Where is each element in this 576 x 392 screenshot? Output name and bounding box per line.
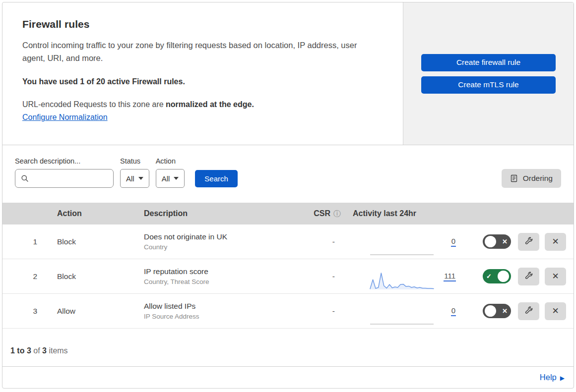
- activity-count-link[interactable]: 0: [451, 237, 456, 247]
- delete-rule-button[interactable]: ✕: [545, 233, 566, 251]
- action-column-header: Action: [41, 209, 128, 218]
- items-label: items: [47, 346, 68, 355]
- rule-controls: ✓ ✕ ✕: [459, 302, 574, 320]
- chevron-down-icon: [138, 177, 143, 180]
- search-button[interactable]: Search: [195, 170, 238, 187]
- wrench-icon: [524, 237, 533, 246]
- rule-description-cell: Allow listed IPs IP Source Address: [128, 302, 294, 320]
- search-box[interactable]: [15, 169, 114, 188]
- rule-activity-cell: 111: [345, 259, 459, 293]
- help-bar: Help ▶: [2, 366, 574, 388]
- ordering-list-icon: [510, 174, 518, 182]
- help-label: Help: [540, 373, 557, 382]
- toggle-knob: [485, 305, 496, 317]
- rules-table: Action Description CSR ⓘ Activity last 2…: [2, 203, 574, 329]
- rule-activity-cell: 0: [345, 224, 459, 259]
- items-of-text: of: [31, 346, 42, 355]
- rule-description-cell: Does not originate in UK Country: [128, 232, 294, 251]
- rule-controls: ✓ ✕ ✕: [459, 268, 574, 285]
- ordering-button[interactable]: Ordering: [502, 169, 561, 188]
- toggle-knob: [485, 236, 496, 247]
- wrench-icon: [524, 306, 533, 316]
- csr-label: CSR: [314, 209, 330, 218]
- rule-enabled-toggle[interactable]: ✓ ✕: [483, 269, 511, 283]
- action-label: Action: [156, 157, 185, 165]
- help-link[interactable]: Help ▶: [540, 373, 565, 382]
- wrench-icon: [524, 272, 533, 281]
- pagination-summary: 1 to 3 of 3 items: [2, 329, 574, 366]
- intro-text-block: Firewall rules Control incoming traffic …: [2, 2, 403, 145]
- activity-sparkline: [370, 270, 434, 290]
- status-dropdown[interactable]: All: [120, 169, 149, 188]
- status-value: All: [126, 174, 134, 183]
- rule-description: IP reputation score: [144, 267, 294, 276]
- rule-fields: Country, Threat Score: [144, 278, 294, 285]
- rule-description-cell: IP reputation score Country, Threat Scor…: [128, 267, 294, 285]
- search-icon: [21, 174, 29, 182]
- close-icon: ✕: [552, 271, 559, 281]
- toggle-knob: [498, 271, 509, 282]
- table-row: 2 Block IP reputation score Country, Thr…: [2, 259, 574, 294]
- activity-sparkline: [370, 235, 434, 256]
- close-icon: ✕: [552, 236, 559, 247]
- configure-normalization-link[interactable]: Configure Normalization: [22, 113, 108, 121]
- rule-fields: Country: [144, 243, 294, 251]
- edit-rule-button[interactable]: [518, 302, 539, 320]
- action-value: All: [162, 174, 170, 183]
- page-title: Firewall rules: [22, 18, 383, 30]
- firewall-rules-page: Firewall rules Control incoming traffic …: [2, 2, 574, 389]
- actions-panel: Create firewall rule Create mTLS rule: [403, 2, 574, 145]
- table-row: 1 Block Does not originate in UK Country…: [2, 224, 574, 259]
- rule-priority: 1: [2, 237, 41, 246]
- filter-bar: Search description... Status All Action …: [2, 145, 574, 203]
- activity-count-link[interactable]: 0: [451, 306, 456, 316]
- create-mtls-rule-button[interactable]: Create mTLS rule: [421, 76, 556, 94]
- delete-rule-button[interactable]: ✕: [545, 302, 566, 320]
- edit-rule-button[interactable]: [518, 268, 539, 285]
- items-total: 3: [42, 346, 47, 355]
- close-icon: ✕: [552, 306, 559, 316]
- usage-summary: You have used 1 of 20 active Firewall ru…: [22, 77, 383, 86]
- edit-rule-button[interactable]: [518, 233, 539, 251]
- rule-action: Allow: [41, 307, 128, 316]
- rule-activity-cell: 0: [345, 294, 459, 328]
- rule-fields: IP Source Address: [144, 313, 294, 320]
- cross-icon: ✕: [501, 308, 509, 314]
- search-group: Search description...: [15, 157, 114, 188]
- table-header-row: Action Description CSR ⓘ Activity last 2…: [2, 203, 574, 224]
- rule-priority: 3: [2, 307, 41, 316]
- csr-column-header: CSR ⓘ: [294, 209, 345, 219]
- create-firewall-rule-button[interactable]: Create firewall rule: [421, 54, 556, 71]
- check-icon: ✓: [485, 273, 493, 280]
- activity-sparkline: [370, 304, 434, 325]
- rule-action: Block: [41, 237, 128, 246]
- arrow-right-icon: ▶: [560, 375, 565, 382]
- rule-action: Block: [41, 272, 128, 281]
- intro-section: Firewall rules Control incoming traffic …: [2, 2, 574, 145]
- rule-csr-value: -: [294, 272, 345, 281]
- delete-rule-button[interactable]: ✕: [545, 268, 566, 285]
- action-dropdown[interactable]: All: [156, 169, 185, 188]
- rule-csr-value: -: [294, 237, 345, 246]
- table-row: 3 Allow Allow listed IPs IP Source Addre…: [2, 294, 574, 329]
- activity-count-link[interactable]: 111: [444, 272, 456, 281]
- description-column-header: Description: [128, 209, 294, 218]
- chevron-down-icon: [174, 177, 179, 180]
- rule-controls: ✓ ✕ ✕: [459, 233, 574, 251]
- rule-priority: 2: [2, 272, 41, 281]
- action-filter-group: Action All: [156, 157, 185, 188]
- rule-enabled-toggle[interactable]: ✓ ✕: [483, 304, 511, 318]
- normalization-bold: normalized at the edge.: [166, 100, 254, 109]
- ordering-label: Ordering: [523, 174, 553, 183]
- info-icon[interactable]: ⓘ: [333, 209, 341, 219]
- rule-enabled-toggle[interactable]: ✓ ✕: [483, 234, 511, 249]
- page-description: Control incoming traffic to your zone by…: [22, 39, 376, 64]
- activity-column-header: Activity last 24hr: [345, 209, 459, 218]
- status-label: Status: [120, 157, 149, 165]
- normalization-note: URL-encoded Requests to this zone are no…: [22, 100, 383, 109]
- cross-icon: ✕: [501, 238, 509, 245]
- rule-description: Allow listed IPs: [144, 302, 294, 311]
- search-input[interactable]: [32, 174, 108, 183]
- rule-csr-value: -: [294, 307, 345, 316]
- rule-description: Does not originate in UK: [144, 232, 294, 241]
